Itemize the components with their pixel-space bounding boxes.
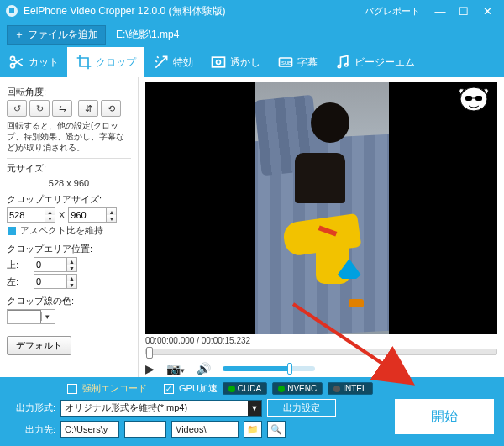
time-end: 00:00:15.232 xyxy=(202,336,250,345)
scissors-icon xyxy=(8,54,25,71)
svg-point-8 xyxy=(338,65,340,67)
spin-up[interactable]: ▲ xyxy=(107,208,116,215)
chip-cuda: CUDA xyxy=(223,382,267,395)
flip-v-button[interactable]: ⇵ xyxy=(78,100,98,117)
crop-size-label: クロップエリアサイズ: xyxy=(7,193,131,206)
aspect-label: アスペクト比を維持 xyxy=(20,224,103,237)
rotate-ccw-button[interactable]: ↺ xyxy=(7,100,27,117)
tab-cut[interactable]: カット xyxy=(0,47,67,77)
spin-down[interactable]: ▼ xyxy=(45,215,55,222)
svg-rect-1 xyxy=(9,8,14,13)
volume-icon[interactable]: 🔊 xyxy=(197,362,211,375)
subtitle-icon: SUB xyxy=(277,54,294,71)
crop-height-input[interactable] xyxy=(68,207,107,223)
spin-down[interactable]: ▼ xyxy=(67,281,76,288)
aspect-checkbox[interactable] xyxy=(7,226,17,236)
force-encode-label: 强制エンコード xyxy=(82,382,147,395)
tab-bgm[interactable]: ビージーエム xyxy=(326,47,423,77)
dest-path-1[interactable]: C:\Users\y xyxy=(60,421,119,438)
top-label: 上: xyxy=(7,259,30,271)
svg-rect-11 xyxy=(465,96,472,101)
force-encode-checkbox[interactable] xyxy=(67,384,77,394)
close-button[interactable]: ✕ xyxy=(475,5,499,18)
dest-path-2[interactable] xyxy=(124,421,166,438)
format-value: オリジナル形式を維持(*.mp4) xyxy=(65,401,187,414)
watermark-icon xyxy=(210,54,227,71)
tab-subtitle[interactable]: SUB 字幕 xyxy=(269,47,326,77)
rotate-note: 回転すると、他の設定(クロップ、特別効果、透かし、字幕など)が取り消される。 xyxy=(7,120,131,153)
dest-label: 出力先: xyxy=(8,423,55,436)
add-file-button[interactable]: ＋ ファイルを追加 xyxy=(7,25,106,45)
svg-point-9 xyxy=(345,64,348,66)
bug-report-link[interactable]: バグレポート xyxy=(365,5,420,18)
crop-width-input[interactable] xyxy=(7,207,45,223)
line-color-label: クロップ線の色: xyxy=(7,295,131,307)
tab-crop[interactable]: クロップ xyxy=(67,47,144,77)
output-settings-button[interactable]: 出力設定 xyxy=(267,399,336,417)
reset-rotate-button[interactable]: ⟲ xyxy=(101,100,121,117)
time-start: 00:00:00.000 xyxy=(145,336,194,345)
rotate-cw-button[interactable]: ↻ xyxy=(29,100,50,117)
chip-nvenc: NVENC xyxy=(272,382,323,395)
dest-path-3[interactable]: Videos\ xyxy=(171,421,239,438)
current-file-path: E:\绝影\1.mp4 xyxy=(116,28,179,42)
svg-rect-4 xyxy=(213,57,225,67)
orig-size-label: 元サイズ: xyxy=(7,162,131,175)
svg-point-5 xyxy=(217,60,221,65)
tab-effect[interactable]: 特効 xyxy=(144,47,202,77)
start-button[interactable]: 開始 xyxy=(395,399,494,434)
minimize-button[interactable]: — xyxy=(428,5,452,18)
rotate-label: 回転角度: xyxy=(7,86,131,98)
video-preview[interactable] xyxy=(145,82,497,334)
crop-icon xyxy=(76,54,92,71)
maximize-button[interactable]: ☐ xyxy=(452,5,475,18)
left-label: 左: xyxy=(7,275,30,288)
format-label: 出力形式: xyxy=(8,401,55,414)
tab-watermark[interactable]: 透かし xyxy=(202,47,269,77)
crop-pos-label: クロップエリア位置: xyxy=(7,243,131,255)
magic-icon xyxy=(153,54,170,71)
spin-down[interactable]: ▼ xyxy=(107,215,116,222)
spin-up[interactable]: ▲ xyxy=(67,275,76,281)
app-logo-icon xyxy=(5,4,18,18)
seek-bar[interactable] xyxy=(145,349,497,355)
line-color-picker[interactable]: ▾ xyxy=(7,309,55,324)
volume-slider[interactable] xyxy=(223,366,315,371)
plus-icon: ＋ xyxy=(14,28,24,42)
gpu-accel-label: GPU加速 xyxy=(179,382,218,395)
play-button[interactable]: ▶ xyxy=(145,362,155,375)
format-combo[interactable]: オリジナル形式を維持(*.mp4) ▼ xyxy=(60,400,262,417)
cartoon-badge-icon xyxy=(455,84,492,116)
chevron-down-icon: ▼ xyxy=(248,401,261,416)
default-button[interactable]: デフォルト xyxy=(7,336,71,355)
add-file-label: ファイルを追加 xyxy=(28,28,98,42)
spin-down[interactable]: ▼ xyxy=(67,265,76,271)
svg-rect-12 xyxy=(475,96,482,101)
open-folder-button[interactable]: 📁 xyxy=(244,421,262,438)
crop-left-input[interactable] xyxy=(34,274,67,289)
chip-intel: INTEL xyxy=(328,382,372,395)
spin-up[interactable]: ▲ xyxy=(67,258,76,265)
x-separator: X xyxy=(59,210,65,220)
gpu-accel-checkbox[interactable] xyxy=(164,384,174,394)
orig-size-value: 528 x 960 xyxy=(7,176,131,190)
svg-text:SUB: SUB xyxy=(281,60,291,66)
spin-up[interactable]: ▲ xyxy=(45,208,55,215)
snapshot-button[interactable]: 📷▾ xyxy=(166,362,185,375)
flip-h-button[interactable]: ⇋ xyxy=(52,100,72,117)
crop-top-input[interactable] xyxy=(34,257,67,272)
browse-button[interactable]: 🔍 xyxy=(267,421,286,438)
window-title: EelPhone Video Cropper 12.0.0 (無料体験版) xyxy=(24,4,226,18)
music-icon xyxy=(334,54,351,71)
